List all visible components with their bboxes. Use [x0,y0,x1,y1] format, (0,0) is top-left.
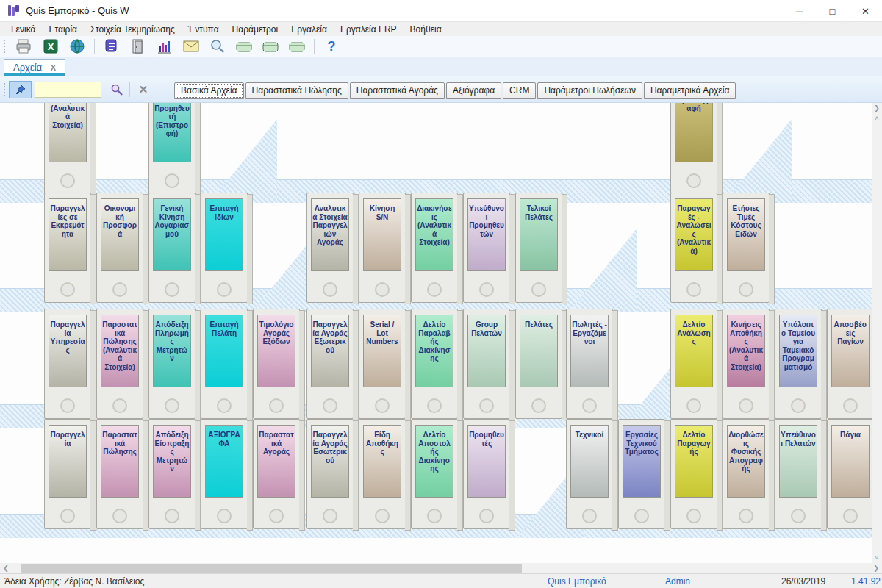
binder[interactable]: Δελτίο Αποστολής Διακίνησης [411,419,458,529]
title-bar: Quis Εμπορικό - Quis W ─ □ ✕ [0,0,882,22]
binder[interactable]: Παραστατικά Αγοράς [253,419,300,529]
clear-search-icon[interactable]: ✕ [134,81,153,98]
maximize-button[interactable]: □ [816,0,849,22]
menu-item-7[interactable]: Βοήθεια [404,23,448,36]
category-tab-4[interactable]: CRM [503,82,536,99]
binder[interactable]: Παραστατικά Πώλησης (Αναλυτικά Στοιχεία) [96,309,143,419]
binder[interactable]: από Προμηθευτή (Επιστροφή) [148,103,196,194]
binder[interactable]: Τιμολόγιο Αγοράς Εξόδων [253,309,300,419]
wallet-icon-3[interactable] [288,38,306,54]
binder[interactable]: Παραγγελία Αγοράς Εσωτερικού [306,419,354,529]
binder[interactable]: Υπόλοιπο Ταμείου για Ταμειακό Προγραμματ… [775,309,822,419]
tab-close-icon[interactable]: X [51,63,56,72]
binder[interactable]: Υπεύθυνοι Πελατών [775,419,822,529]
minimize-button[interactable]: ─ [783,0,816,22]
binder-label-text: Παραστατικά Πώλησης (Αναλυτικά Στοιχεία) [101,320,138,387]
search-input[interactable] [35,82,101,98]
exit-door-icon[interactable] [129,38,147,54]
binder[interactable]: Προδιαγραφή [670,103,717,194]
tab-overflow-right-icon[interactable]: ❯ [872,103,882,113]
binder-label: Παραστατικά Πώλησης (Αναλυτικά Στοιχεία) [101,315,139,387]
scroll-right-icon[interactable]: ❯ [870,563,882,573]
binder[interactable]: Προμηθευτές [463,419,510,529]
scroll-up-icon[interactable]: ˄ [872,113,882,123]
binder[interactable]: Υπεύθυνοι Προμηθευτών [463,193,510,303]
binder[interactable]: Αποσβέσεις Παγίων [827,309,872,419]
binder[interactable]: Τεχνικοί [566,419,613,529]
menu-item-1[interactable]: Εταιρία [42,23,84,36]
binder[interactable]: Serial / Lot Numbers [359,309,406,419]
excel-icon[interactable]: X [42,38,60,54]
binder[interactable]: Τελικοί Πελάτες [515,193,562,303]
binder[interactable]: Δελτίο Παραγωγής [670,419,717,529]
binder-label: Αποσβέσεις Παγίων [831,315,870,387]
binder-label: Διακινήσεις (Αναλυτικά Στοιχεία) [415,198,453,271]
scroll-down-icon[interactable]: ˅ [872,553,882,563]
scroll-left-icon[interactable]: ❮ [0,563,12,573]
binder[interactable]: Εργασίες Τεχνικού Τμήματος [618,419,665,529]
category-tab-0[interactable]: Βασικά Αρχεία [174,82,244,99]
binder[interactable]: Δελτίο Ανάλωσης [670,309,717,419]
binder[interactable]: Επιταγή Ιδίων [201,193,248,303]
binder[interactable]: Παραγωγές - Αναλώσεις (Αναλυτικά) [670,193,717,303]
binder[interactable]: Ετήσιες Τιμές Κόστους Ειδών [723,193,770,303]
finder-grip [3,82,7,97]
binder-hole [531,282,546,297]
menu-item-0[interactable]: Γενικά [4,23,42,36]
print-icon[interactable] [15,38,33,54]
menu-item-5[interactable]: Εργαλεία [284,23,334,36]
binder-hole [582,398,597,413]
horizontal-scroll-thumb[interactable] [21,564,522,573]
category-tab-3[interactable]: Αξιόγραφα [446,82,501,99]
binder[interactable]: Πάγια [827,419,872,529]
binder-hole [60,282,75,297]
binder[interactable]: Διορθώσεις Φυσικής Απογραφής [723,419,770,529]
binder[interactable]: Δελτίο Παραλαβής Διακίνησης [411,309,458,419]
binder[interactable]: Διακινήσεις (Αναλυτικά Στοιχεία) [411,193,458,303]
binder[interactable]: ΑΞΙΟΓΡΑΦΑ [201,419,248,529]
search-icon[interactable] [209,38,226,54]
binder[interactable]: ες (Αναλυτικά Στοιχεία) [44,103,91,194]
wallet-icon-2[interactable] [262,38,279,54]
help-icon[interactable]: ? [323,38,340,54]
binder-label-text: Group Πελατών [468,320,505,387]
binder[interactable]: Οικονομική Προσφορά [96,193,143,303]
binder[interactable]: Παραστατικά Πώλησης [96,419,143,529]
binder[interactable]: Απόδειξη Είσπραξης Μετρητών [148,419,196,529]
binder[interactable]: Πελάτες [515,309,562,419]
globe-icon[interactable] [68,38,86,54]
category-tab-1[interactable]: Παραστατικά Πώλησης [245,82,348,99]
binder[interactable]: Group Πελατών [463,309,510,419]
binder[interactable]: Κίνηση S/N [359,193,406,303]
close-button[interactable]: ✕ [849,0,882,22]
pushpin-icon [15,84,26,96]
menu-item-2[interactable]: Στοιχεία Τεκμηρίωσης [84,23,182,36]
chart-icon[interactable] [156,38,173,54]
binder[interactable]: Απόδειξη Πληρωμής Μετρητών [148,309,196,419]
tab-archives[interactable]: Αρχεία X [4,59,65,76]
binder[interactable]: Αναλυτικά Στοιχεία Παραγγελιών Αγοράς [306,193,354,303]
lookup-button[interactable] [107,81,126,98]
menu-item-4[interactable]: Παράμετροι [226,23,285,36]
binder[interactable]: Πωλητές - Εργαζόμενοι [566,309,613,419]
pin-button[interactable] [9,81,32,98]
wallet-icon-1[interactable] [235,38,253,54]
category-tab-6[interactable]: Παραμετρικά Αρχεία [644,82,736,99]
binder[interactable]: Παραγγελία Αγοράς Εξωτερικού [306,309,354,419]
category-tab-2[interactable]: Παραστατικά Αγοράς [350,82,445,99]
menu-item-6[interactable]: Εργαλεία ERP [334,23,404,36]
binder[interactable]: Είδη Αποθήκης [359,419,406,529]
binder[interactable]: Γενική Κίνηση Λογαριασμού [148,193,196,303]
status-bar: Άδεια Χρήσης: Ζέρβας Ν. Βασίλειος Quis Ε… [0,573,882,588]
binder[interactable]: Παραγγελία Υπηρεσίας [44,309,91,419]
horizontal-scrollbar[interactable]: ❮ ❯ [0,563,882,573]
menu-item-3[interactable]: Έντυπα [182,23,226,36]
binder[interactable]: Επιταγή Πελάτη [201,309,248,419]
mail-icon[interactable] [182,38,200,54]
category-tab-5[interactable]: Παράμετροι Πωλήσεων [537,82,642,99]
binder[interactable]: Κινήσεις Αποθήκης (Αναλυτικά Στοιχεία) [723,309,770,419]
documents-icon[interactable] [103,38,121,54]
binder[interactable]: Παραγγελίες σε Εκκρεμότητα [44,193,91,303]
vertical-scrollbar[interactable]: ❯ ˄ ˅ [872,103,882,563]
binder[interactable]: Παραγγελία [44,419,91,529]
